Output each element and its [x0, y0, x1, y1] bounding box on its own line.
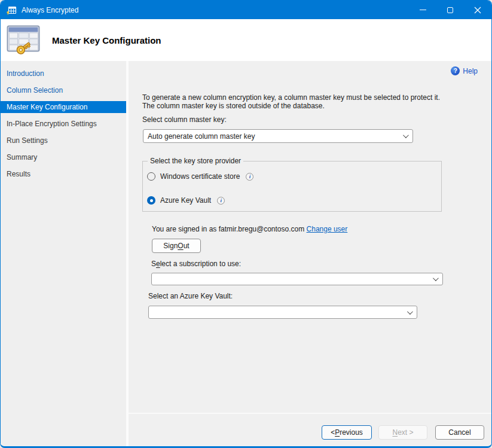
page-title: Master Key Configuration [52, 35, 161, 45]
previous-label-post: revious [340, 428, 363, 437]
radio-label-azure-key-vault: Azure Key Vault [160, 196, 211, 205]
akv-label: Select an Azure Key Vault: [148, 292, 233, 300]
change-user-link[interactable]: Change user [307, 225, 348, 233]
chevron-down-icon [407, 309, 413, 315]
footer-divider [129, 413, 491, 414]
subscription-dropdown[interactable] [151, 273, 443, 285]
cancel-button[interactable]: Cancel [435, 425, 484, 440]
sign-out-button[interactable]: Sign Out [152, 239, 201, 253]
description-text: To generate a new column encryption key,… [142, 93, 442, 110]
help-label: Help [463, 67, 478, 75]
help-icon: ? [451, 66, 460, 75]
info-icon[interactable]: i [217, 197, 225, 205]
chevron-down-icon [403, 132, 409, 138]
cmk-dropdown-value: Auto generate column master key [148, 132, 403, 141]
close-icon [474, 7, 481, 14]
minimize-icon [420, 10, 426, 10]
window-controls [409, 1, 491, 19]
next-label-key: N [392, 428, 398, 437]
sidebar-item-results[interactable]: Results [1, 168, 126, 180]
table-key-icon [7, 25, 41, 56]
previous-label-key: P [335, 428, 340, 437]
radio-option-windows-certificate-store[interactable]: Windows certificate store i [147, 172, 253, 181]
radio-label-windows-certificate-store: Windows certificate store [160, 172, 240, 181]
signed-in-status: You are signed in as fatmir.bregu@contos… [152, 225, 347, 233]
maximize-button[interactable] [436, 1, 464, 19]
always-encrypted-window: Always Encrypted [0, 0, 492, 448]
cmk-dropdown[interactable]: Auto generate column master key [143, 129, 413, 143]
wizard-step-sidebar: Introduction Column Selection Master Key… [1, 61, 126, 446]
radio-option-azure-key-vault[interactable]: Azure Key Vault i [147, 196, 225, 205]
key-store-provider-group: Select the key store provider Windows ce… [142, 161, 442, 212]
radio-checked-icon[interactable] [147, 196, 155, 205]
sidebar-item-in-place-encryption-settings[interactable]: In-Place Encryption Settings [1, 118, 126, 130]
info-icon[interactable]: i [246, 173, 253, 181]
app-icon [7, 5, 17, 15]
next-button[interactable]: Next > [378, 425, 427, 440]
maximize-icon [447, 7, 453, 13]
sidebar-item-run-settings[interactable]: Run Settings [1, 135, 126, 147]
chevron-down-icon [433, 275, 439, 281]
key-store-provider-legend: Select the key store provider [148, 157, 243, 165]
signed-in-text: You are signed in as fatmir.bregu@contos… [152, 225, 304, 233]
help-link[interactable]: ? Help [451, 66, 478, 75]
page-header: Master Key Configuration [1, 19, 491, 61]
sidebar-item-introduction[interactable]: Introduction [1, 68, 126, 80]
sidebar-item-column-selection[interactable]: Column Selection [1, 84, 126, 96]
window-title: Always Encrypted [22, 6, 78, 14]
akv-dropdown[interactable] [148, 306, 417, 319]
close-button[interactable] [464, 1, 491, 19]
previous-label-pre: < [331, 428, 335, 437]
previous-button[interactable]: < Previous [322, 425, 372, 440]
radio-unchecked-icon[interactable] [147, 172, 155, 181]
sidebar-item-summary[interactable]: Summary [1, 151, 126, 163]
sign-out-label-post: ut [184, 242, 190, 250]
sign-out-label-pre: Sign [163, 242, 178, 250]
title-bar: Always Encrypted [1, 1, 491, 19]
sidebar-item-master-key-configuration[interactable]: Master Key Configuration [1, 101, 126, 113]
sign-out-label-key: O [178, 242, 183, 250]
next-label-post: ext > [398, 428, 413, 437]
subscription-label: Select a subscription to use: [151, 260, 241, 268]
cmk-label: Select column master key: [142, 115, 227, 124]
minimize-button[interactable] [409, 1, 436, 19]
